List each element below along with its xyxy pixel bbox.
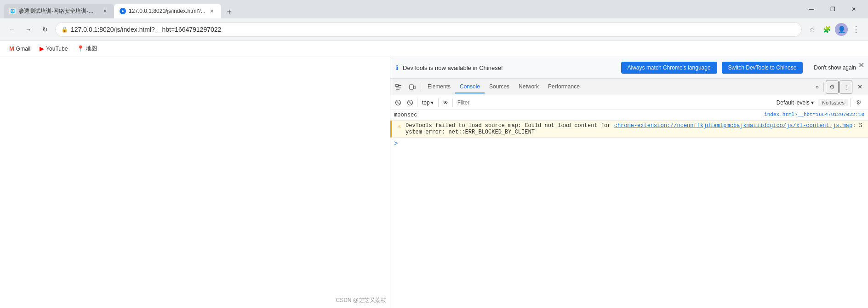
- new-tab-button[interactable]: +: [223, 6, 236, 18]
- main-area: CSDN @芝芝又荔枝 ℹ DevTools is now available …: [0, 57, 868, 308]
- inspect-element-button[interactable]: [392, 81, 405, 93]
- banner-close-icon[interactable]: ✕: [858, 61, 864, 70]
- tab2-close[interactable]: ✕: [208, 7, 216, 15]
- tab1-title: 渗透测试培训-网络安全培训-暗/...: [18, 7, 98, 15]
- restore-button[interactable]: ❐: [822, 2, 843, 16]
- gmail-label: Gmail: [16, 46, 30, 52]
- page-content: CSDN @芝芝又荔枝: [0, 57, 390, 308]
- dont-show-again-button[interactable]: Don't show again: [807, 62, 862, 74]
- address-bar: ← → ↻ 🔒 127.0.0.1:8020/js/index.html?__h…: [0, 18, 868, 41]
- browser-frame: 🌐 渗透测试培训-网络安全培训-暗/... ✕ ● 127.0.0.1:8020…: [0, 0, 868, 308]
- console-toolbar: top ▾ 👁 Default levels ▾ No Issues ⚙: [390, 95, 868, 110]
- tab2-favicon: ●: [120, 8, 126, 14]
- svg-rect-5: [414, 86, 415, 89]
- bookmarks-bar: M Gmail ▶ YouTube 📍 地图: [0, 41, 868, 57]
- svg-line-9: [408, 101, 412, 105]
- filter-input[interactable]: [455, 98, 772, 108]
- url-text: 127.0.0.1:8020/js/index.html?__hbt=16647…: [71, 26, 221, 33]
- default-levels-selector[interactable]: Default levels ▾: [774, 99, 817, 107]
- clear-console-button[interactable]: [393, 98, 403, 108]
- tab2-title: 127.0.0.1:8020/js/index.html?...: [129, 8, 206, 14]
- devtools-banner: ℹ DevTools is now available in Chinese! …: [390, 57, 868, 79]
- bookmark-gmail[interactable]: M Gmail: [6, 43, 34, 54]
- close-button[interactable]: ✕: [843, 2, 864, 16]
- maps-icon: 📍: [77, 45, 84, 52]
- clear-icon: [395, 99, 401, 106]
- devtools-panel: ℹ DevTools is now available in Chinese! …: [390, 57, 868, 308]
- svg-rect-0: [396, 84, 398, 87]
- top-label: top: [422, 99, 430, 106]
- tab-list: 🌐 渗透测试培训-网络安全培训-暗/... ✕ ● 127.0.0.1:8020…: [4, 0, 801, 18]
- device-icon: [409, 84, 416, 90]
- reload-button[interactable]: ↻: [39, 23, 51, 36]
- minimize-button[interactable]: —: [801, 2, 822, 16]
- console-divider-1: [417, 99, 417, 107]
- back-button[interactable]: ←: [6, 23, 18, 36]
- console-source-moonsec[interactable]: index.html?__hbt=1664791297022:10: [764, 112, 864, 117]
- ban-icon: [407, 99, 413, 106]
- ban-button[interactable]: [405, 98, 415, 108]
- console-content: moonsec index.html?__hbt=1664791297022:1…: [390, 110, 868, 308]
- devtools-more-button[interactable]: ⋮: [839, 81, 852, 93]
- devtools-toolbar: Elements Console Sources Network Perform…: [390, 79, 868, 95]
- device-toolbar-button[interactable]: [406, 81, 419, 93]
- toolbar-divider-1: [421, 82, 421, 92]
- console-text-moonsec: moonsec: [394, 112, 764, 118]
- url-bar[interactable]: 🔒 127.0.0.1:8020/js/index.html?__hbt=166…: [55, 22, 802, 37]
- more-tabs-button[interactable]: »: [813, 84, 822, 90]
- lock-icon: 🔒: [61, 26, 68, 33]
- banner-message: DevTools is now available in Chinese!: [403, 64, 617, 71]
- title-bar: 🌐 渗透测试培训-网络安全培训-暗/... ✕ ● 127.0.0.1:8020…: [0, 0, 868, 18]
- maps-label: 地图: [86, 45, 97, 52]
- svg-line-7: [397, 101, 400, 104]
- console-row-moonsec: moonsec index.html?__hbt=1664791297022:1…: [390, 110, 868, 121]
- bookmark-star-icon[interactable]: ☆: [805, 23, 818, 36]
- forward-button[interactable]: →: [22, 23, 35, 36]
- inspect-icon: [395, 84, 402, 90]
- profile-icon[interactable]: 👤: [835, 23, 848, 36]
- console-divider-2: [438, 99, 439, 107]
- dropdown-icon: ▾: [431, 99, 434, 106]
- youtube-icon: ▶: [40, 45, 44, 52]
- console-row-warning: ⚠ DevTools failed to load source map: Co…: [390, 121, 868, 138]
- tab-network[interactable]: Network: [514, 81, 543, 93]
- youtube-label: YouTube: [46, 46, 68, 52]
- bookmark-maps[interactable]: 📍 地图: [73, 43, 101, 54]
- console-prompt[interactable]: >: [390, 138, 868, 149]
- tab-console[interactable]: Console: [455, 81, 485, 93]
- console-divider-3: [452, 99, 453, 107]
- gmail-icon: M: [9, 45, 14, 52]
- console-text-warning: DevTools failed to load source map: Coul…: [405, 122, 864, 135]
- tab-sources[interactable]: Sources: [485, 81, 514, 93]
- console-divider-4: [850, 99, 851, 107]
- no-issues-badge: No Issues: [818, 99, 848, 106]
- watermark: CSDN @芝芝又荔枝: [336, 296, 386, 304]
- menu-icon[interactable]: ⋮: [850, 23, 862, 36]
- warning-icon: ⚠: [395, 122, 403, 130]
- tab-performance[interactable]: Performance: [543, 81, 584, 93]
- tab-1[interactable]: 🌐 渗透测试培训-网络安全培训-暗/... ✕: [4, 4, 114, 18]
- console-link-extension[interactable]: chrome-extension://ncennffkjdiamlpmcbajk…: [614, 122, 852, 129]
- devtools-close-button[interactable]: ✕: [853, 81, 866, 93]
- extensions-icon[interactable]: 🧩: [820, 23, 833, 36]
- tab1-favicon: 🌐: [9, 8, 16, 14]
- svg-rect-4: [410, 85, 413, 89]
- tab1-close[interactable]: ✕: [101, 7, 108, 15]
- switch-to-chinese-button[interactable]: Switch DevTools to Chinese: [722, 62, 803, 74]
- context-selector[interactable]: top ▾: [419, 99, 436, 107]
- console-settings-button[interactable]: ⚙: [852, 96, 865, 109]
- always-match-button[interactable]: Always match Chrome's language: [621, 62, 717, 74]
- toolbar-divider-2: [823, 82, 824, 92]
- bookmark-youtube[interactable]: ▶ YouTube: [36, 43, 71, 54]
- address-actions: ☆ 🧩 👤 ⋮: [805, 23, 862, 36]
- devtools-settings-button[interactable]: ⚙: [826, 81, 839, 93]
- tab-elements[interactable]: Elements: [423, 81, 455, 93]
- eye-button[interactable]: 👁: [440, 98, 451, 108]
- devtools-tabs: Elements Console Sources Network Perform…: [423, 81, 812, 93]
- banner-info-icon: ℹ: [396, 64, 398, 71]
- tab-2[interactable]: ● 127.0.0.1:8020/js/index.html?... ✕: [114, 4, 221, 18]
- window-controls: — ❐ ✕: [801, 2, 864, 16]
